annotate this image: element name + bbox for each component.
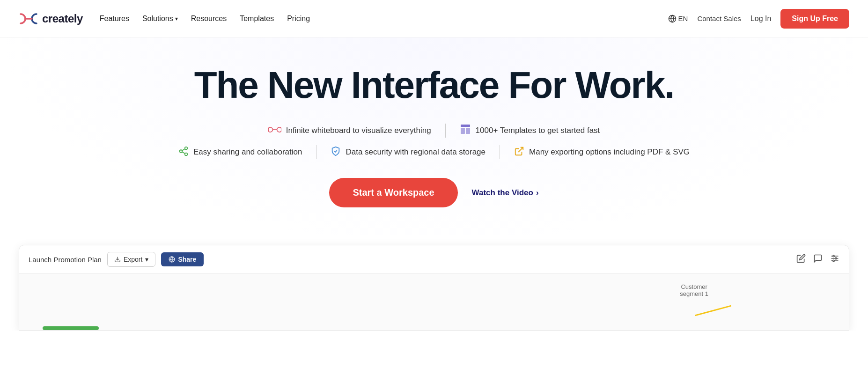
feature-sharing-text: Easy sharing and collaboration: [193, 147, 302, 157]
svg-point-8: [180, 150, 183, 153]
feature-export: Many exporting options including PDF & S…: [500, 146, 704, 159]
hero-section: The New Interface For Work. Infinite whi…: [0, 37, 868, 245]
canvas-area: Customer segment 1: [19, 274, 849, 330]
solutions-chevron-icon: ▾: [175, 15, 178, 22]
feature-security: Data security with regional data storage: [316, 146, 500, 159]
infinite-icon: [268, 125, 281, 137]
hero-title: The New Interface For Work.: [19, 66, 849, 105]
globe-icon: [668, 15, 677, 23]
feature-sharing: Easy sharing and collaboration: [164, 146, 316, 159]
template-icon: [460, 124, 471, 138]
language-selector[interactable]: EN: [668, 15, 688, 23]
navbar: creately Features Solutions ▾ Resources …: [0, 0, 868, 37]
share-btn-icon: [169, 256, 175, 263]
svg-rect-6: [466, 128, 470, 134]
share-btn-label: Share: [178, 256, 196, 263]
svg-rect-4: [461, 125, 470, 127]
export-btn-label: Export: [124, 256, 142, 263]
export-btn-icon: [114, 256, 121, 263]
feature-templates: 1000+ Templates to get started fast: [446, 124, 614, 138]
svg-rect-5: [461, 128, 465, 134]
svg-line-10: [182, 152, 185, 154]
svg-line-11: [182, 148, 185, 150]
watch-video-link[interactable]: Watch the Video ›: [472, 188, 539, 198]
canvas-yellow-line: [695, 305, 731, 316]
watch-video-text: Watch the Video: [472, 188, 533, 198]
toolbar-left: Launch Promotion Plan Export ▾ Share: [29, 252, 204, 267]
nav-solutions[interactable]: Solutions ▾: [142, 15, 178, 23]
doc-title: Launch Promotion Plan: [29, 256, 102, 264]
nav-resources[interactable]: Resources: [191, 15, 227, 23]
signup-button[interactable]: Sign Up Free: [780, 9, 849, 29]
canvas-green-bar: [43, 326, 99, 330]
svg-point-21: [833, 260, 834, 261]
chevron-right-icon: ›: [536, 188, 539, 198]
nav-templates[interactable]: Templates: [240, 15, 274, 23]
shield-icon: [331, 146, 341, 159]
features-row-1: Infinite whiteboard to visualize everyth…: [19, 124, 849, 138]
share-icon: [178, 146, 189, 159]
export-chevron-icon: ▾: [145, 256, 148, 263]
nav-links: Features Solutions ▾ Resources Templates…: [100, 15, 310, 23]
svg-point-9: [185, 153, 188, 155]
settings-icon[interactable]: [830, 254, 839, 265]
language-label: EN: [678, 15, 688, 22]
login-link[interactable]: Log In: [750, 15, 771, 23]
feature-whiteboard: Infinite whiteboard to visualize everyth…: [254, 125, 445, 137]
nav-features[interactable]: Features: [100, 15, 129, 23]
preview-toolbar: Launch Promotion Plan Export ▾ Share: [19, 245, 849, 274]
start-workspace-button[interactable]: Start a Workspace: [329, 178, 457, 207]
share-button[interactable]: Share: [161, 252, 204, 266]
nav-pricing[interactable]: Pricing: [287, 15, 310, 23]
logo[interactable]: creately: [19, 12, 83, 25]
comment-icon[interactable]: [813, 254, 823, 265]
preview-window: Launch Promotion Plan Export ▾ Share: [19, 245, 849, 331]
svg-point-20: [835, 257, 837, 259]
canvas-customer-label: Customer segment 1: [680, 283, 708, 297]
contact-sales-link[interactable]: Contact Sales: [697, 15, 741, 22]
svg-line-12: [518, 147, 523, 152]
feature-export-text: Many exporting options including PDF & S…: [529, 147, 690, 157]
cta-row: Start a Workspace Watch the Video ›: [19, 178, 849, 207]
edit-icon[interactable]: [796, 254, 806, 265]
export-icon: [514, 146, 524, 159]
toolbar-right: [796, 254, 839, 265]
svg-point-7: [185, 147, 188, 149]
feature-security-text: Data security with regional data storage: [346, 147, 485, 157]
feature-whiteboard-text: Infinite whiteboard to visualize everyth…: [286, 126, 431, 135]
features-row-2: Easy sharing and collaboration Data secu…: [19, 145, 849, 159]
svg-point-19: [833, 255, 834, 257]
feature-templates-text: 1000+ Templates to get started fast: [476, 126, 600, 135]
export-button[interactable]: Export ▾: [107, 252, 155, 267]
logo-text: creately: [42, 12, 83, 25]
